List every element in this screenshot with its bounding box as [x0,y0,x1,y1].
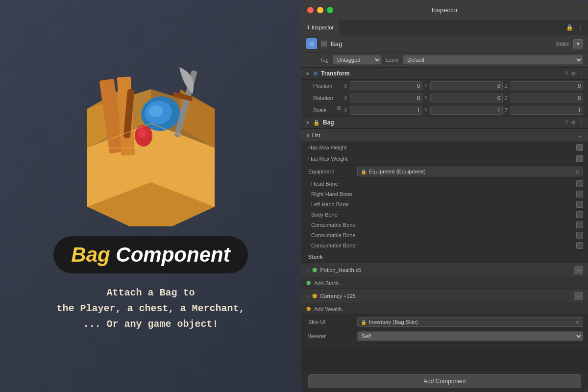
bag-section-title: Bag [323,119,562,126]
equipment-label: Equipment [308,169,357,174]
gameobject-active-checkbox[interactable]: ✓ [321,41,327,47]
lock-icon[interactable]: 🔒 [566,24,573,31]
position-z-input[interactable] [511,81,583,90]
skin-ui-reference[interactable]: 🔒 Inventory (Bag Skin) ⊙ [357,317,583,327]
position-y-item: Y [424,81,503,90]
has-max-weight-checkbox[interactable] [576,155,583,162]
scale-x-item: X [344,106,422,115]
consumable-bone-1-field[interactable] [576,221,583,228]
stock-remove-1-button[interactable]: − [574,266,583,274]
position-row: Position X Y Z [301,80,588,92]
rotation-x-input[interactable] [350,94,422,102]
has-max-weight-label: Has Max Weight [308,156,576,162]
gameobject-name-input[interactable] [331,40,552,48]
transform-icon: ⊕ [313,70,318,77]
inspector-content[interactable]: ◇ ✓ Static ▾ Tag Untagged Layer Default … [301,35,588,370]
consumable-bone-3-row: Consumable Bone [301,241,588,251]
equipment-reference[interactable]: 🔒 Equipment (Equipment) ⊙ [357,167,583,176]
close-button[interactable] [307,7,314,13]
consumable-bone-3-field[interactable] [576,242,583,249]
add-stock-row[interactable]: ⬟ Add Stock... [301,277,588,289]
static-label: Static [556,41,569,47]
inspector-tab-icon: ℹ [307,24,309,30]
skin-ui-target-icon[interactable]: ⊙ [576,319,580,325]
has-max-height-checkbox[interactable] [576,144,583,151]
bag-more-icon[interactable]: ⋮ [579,120,584,126]
scale-xyz-group: ⛓ X Y Z [337,106,583,115]
left-hand-bone-field[interactable] [576,201,583,208]
stock-remove-2-button[interactable]: − [574,292,583,300]
wearer-row: Wearer Self [301,329,588,343]
pos-y-label: Y [424,83,429,89]
rotation-z-input[interactable] [511,94,583,102]
position-x-input[interactable] [350,81,422,90]
equipment-target-icon[interactable]: ⊙ [576,169,580,174]
bottom-spacer [301,343,588,347]
subtitle-line1: Attach a Bag to [56,285,245,301]
skin-ui-row: Skin UI 🔒 Inventory (Bag Skin) ⊙ [301,315,588,329]
inspector-panel: Inspector ℹ Inspector 🔒 ⋮ ◇ ✓ Static ▾ T… [301,0,588,392]
transform-arrow-icon: ▼ [305,71,310,76]
position-z-item: Z [505,81,583,90]
add-component-button[interactable]: Add Component [308,374,581,388]
wearer-select[interactable]: Self [357,331,583,341]
tag-select[interactable]: Untagged [333,55,382,65]
inspector-tab[interactable]: ℹ Inspector [301,20,340,35]
scale-y-label: Y [424,108,429,113]
transform-help-icon[interactable]: ? [565,71,568,76]
rot-y-label: Y [424,96,429,101]
body-bone-field[interactable] [576,211,583,218]
bag-illustration [58,60,244,226]
rotation-y-input[interactable] [430,94,503,102]
more-options-icon[interactable]: ⋮ [577,24,583,31]
consumable-bone-1-label: Consumable Bone [311,222,576,228]
pos-z-label: Z [505,83,510,89]
consumable-bone-2-label: Consumable Bone [311,232,576,238]
list-icon: ≡ [306,132,309,138]
bag-section-actions: ? ⚙ ⋮ [565,120,584,126]
scale-z-label: Z [505,108,510,113]
rotation-z-item: Z [505,94,583,102]
scale-link-icon[interactable]: ⛓ [337,106,341,115]
head-bone-field[interactable] [576,180,583,187]
rotation-x-item: X [344,94,422,102]
consumable-bone-3-label: Consumable Bone [311,243,576,248]
bag-section-header[interactable]: ▼ 🔒 Bag ? ⚙ ⋮ [301,117,588,129]
rotation-xyz-group: X Y Z [344,94,583,102]
consumable-bone-2-row: Consumable Bone [301,230,588,241]
tab-bar: ℹ Inspector 🔒 ⋮ [301,20,588,35]
position-y-input[interactable] [430,81,503,90]
add-stock-label: Add Stock... [314,280,343,286]
subtitle: Attach a Bag to the Player, a chest, a M… [56,285,245,332]
subtitle-line2: the Player, a chest, a Merchant, [56,301,245,317]
pos-x-label: X [344,83,349,89]
scale-y-input[interactable] [430,106,503,115]
bag-section-arrow-icon: ▼ [305,120,310,125]
transform-settings-icon[interactable]: ⚙ [571,71,576,77]
static-dropdown-button[interactable]: ▾ [573,39,583,49]
right-hand-bone-field[interactable] [576,191,583,197]
rot-x-label: X [344,96,349,101]
bag-settings-icon[interactable]: ⚙ [571,120,576,126]
maximize-button[interactable] [327,7,333,13]
skin-ui-label: Skin UI [308,319,357,325]
add-wealth-row[interactable]: ⬟ Add Wealth... [301,303,588,315]
list-dropdown-icon[interactable]: ⌄ [577,131,583,139]
list-row[interactable]: ≡ List ⌄ [301,129,588,142]
transform-section-header[interactable]: ▼ ⊕ Transform ? ⚙ ⋮ [301,68,588,80]
left-hand-bone-row: Left Hand Bone [301,199,588,210]
layer-select[interactable]: Default [403,55,583,65]
gameobject-header: ◇ ✓ Static ▾ [301,35,588,52]
bag-help-icon[interactable]: ? [565,120,568,125]
right-hand-bone-row: Right Hand Bone [301,189,588,199]
scale-x-input[interactable] [350,106,422,115]
transform-more-icon[interactable]: ⋮ [579,71,584,77]
tag-label: Tag [320,57,329,63]
list-label: List [312,132,577,138]
left-hand-bone-label: Left Hand Bone [311,201,576,207]
consumable-bone-2-field[interactable] [576,232,583,239]
scale-z-input[interactable] [511,106,583,115]
minimize-button[interactable] [317,7,323,13]
window-buttons [307,7,333,13]
title-bar: Inspector [301,0,588,20]
